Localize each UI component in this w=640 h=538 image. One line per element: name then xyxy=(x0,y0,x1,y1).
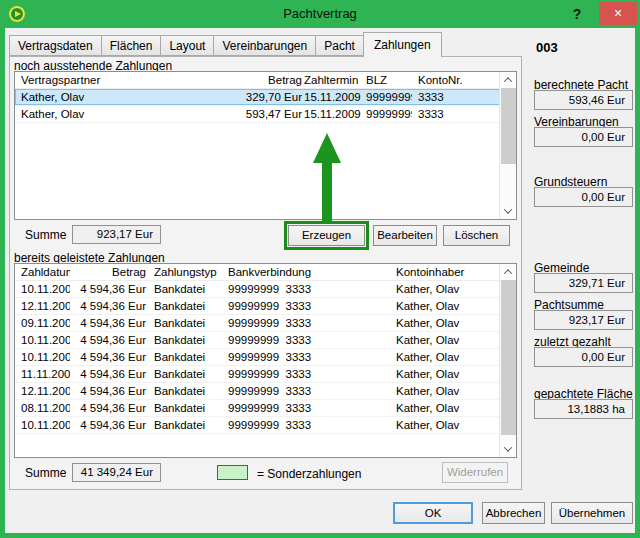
contract-number: 003 xyxy=(536,40,558,55)
scroll-down-icon[interactable] xyxy=(500,441,516,457)
cell-betrag: 4 594,36 Eur xyxy=(70,317,148,329)
table-row[interactable]: 10.11.20054 594,36 EurBankdatei99999999 … xyxy=(15,332,516,349)
column-header: Vertragspartner xyxy=(15,74,240,86)
cell-zahltermin: 15.11.2009 xyxy=(304,108,366,120)
column-header: BLZ xyxy=(366,74,412,86)
cell-betrag: 593,47 Eur xyxy=(240,108,304,120)
table-row[interactable]: 10.11.20044 594,36 EurBankdatei99999999 … xyxy=(15,349,516,366)
table-row[interactable]: 12.11.20074 594,36 EurBankdatei99999999 … xyxy=(15,298,516,315)
paid-table-scrollbar[interactable] xyxy=(499,264,516,457)
tab-layout[interactable]: Layout xyxy=(160,35,214,56)
tab-vereinbarungen[interactable]: Vereinbarungen xyxy=(213,35,316,56)
tab-strip: VertragsdatenFlächenLayoutVereinbarungen… xyxy=(9,32,441,56)
column-header: Kontoinhaber xyxy=(390,266,516,278)
loeschen-button[interactable]: Löschen xyxy=(443,225,510,246)
cell-betrag: 4 594,36 Eur xyxy=(70,334,148,346)
pending-payments-table: VertragspartnerBetragZahlterminBLZKontoN… xyxy=(14,71,517,220)
uebernehmen-button[interactable]: Übernehmen xyxy=(551,502,633,524)
tab-pacht[interactable]: Pacht xyxy=(315,35,364,56)
cell-typ: Bankdatei xyxy=(148,368,228,380)
pachtvertrag-window: Pachtvertrag ? × VertragsdatenFlächenLay… xyxy=(0,0,640,538)
erzeugen-button[interactable]: Erzeugen xyxy=(288,225,365,246)
cell-typ: Bankdatei xyxy=(148,283,228,295)
cell-betrag: 4 594,36 Eur xyxy=(70,368,148,380)
table-row[interactable]: 08.11.20014 594,36 EurBankdatei99999999 … xyxy=(15,400,516,417)
pachtsumme-field: 923,17 Eur xyxy=(534,310,633,330)
close-button[interactable]: × xyxy=(599,2,637,25)
scroll-up-icon[interactable] xyxy=(500,264,516,280)
pending-table-scrollbar[interactable] xyxy=(499,72,516,219)
green-arrow-shaft xyxy=(322,161,332,221)
cell-datum: 12.11.2007 xyxy=(15,300,70,312)
column-header: Zahlungstyp xyxy=(148,266,228,278)
cell-betrag: 4 594,36 Eur xyxy=(70,300,148,312)
widerrufen-button[interactable]: Widerrufen xyxy=(442,462,508,483)
tab-zahlungen[interactable]: Zahlungen xyxy=(363,32,442,57)
vereinbarungen-field: 0,00 Eur xyxy=(534,127,633,147)
scrollbar-thumb[interactable] xyxy=(501,280,516,435)
grundsteuern-field: 0,00 Eur xyxy=(534,187,633,207)
cell-datum: 10.11.2008 xyxy=(15,283,70,295)
cell-datum: 11.11.2003 xyxy=(15,368,70,380)
cell-inhaber: Kather, Olav xyxy=(390,368,516,380)
table-row[interactable]: 10.11.20084 594,36 EurBankdatei99999999 … xyxy=(15,281,516,298)
sonderzahlung-swatch xyxy=(217,465,248,480)
column-header: Zahldatum xyxy=(15,266,70,278)
cell-typ: Bankdatei xyxy=(148,385,228,397)
help-button[interactable]: ? xyxy=(566,4,588,24)
paid-table-body: 10.11.20084 594,36 EurBankdatei99999999 … xyxy=(15,281,516,434)
dialog-body: VertragsdatenFlächenLayoutVereinbarungen… xyxy=(5,28,635,533)
column-header: Zahltermin xyxy=(304,74,366,86)
cell-bank: 99999999 3333 xyxy=(228,385,390,397)
table-row[interactable]: 12.11.20024 594,36 EurBankdatei99999999 … xyxy=(15,383,516,400)
column-header: Betrag xyxy=(70,266,148,278)
pending-summe-field: 923,17 Eur xyxy=(72,225,161,244)
scroll-down-icon[interactable] xyxy=(500,203,516,219)
bearbeiten-button[interactable]: Bearbeiten xyxy=(373,225,437,246)
paid-table-header: ZahldatumBetragZahlungstypBankverbindung… xyxy=(15,264,516,281)
ok-button[interactable]: OK xyxy=(393,502,473,524)
green-arrow-icon xyxy=(313,133,341,163)
title-bar: Pachtvertrag ? × xyxy=(0,0,640,28)
cell-partner: Kather, Olav xyxy=(15,108,240,120)
cell-bank: 99999999 3333 xyxy=(228,419,390,431)
pending-table-body: Kather, Olav329,70 Eur15.11.200999999999… xyxy=(15,89,516,123)
tab-fl-chen[interactable]: Flächen xyxy=(101,35,162,56)
window-title: Pachtvertrag xyxy=(0,6,640,21)
cell-datum: 10.11.2005 xyxy=(15,334,70,346)
table-row[interactable]: 09.11.20064 594,36 EurBankdatei99999999 … xyxy=(15,315,516,332)
cell-inhaber: Kather, Olav xyxy=(390,317,516,329)
cell-bank: 99999999 3333 xyxy=(228,368,390,380)
abbrechen-button[interactable]: Abbrechen xyxy=(482,502,545,524)
cell-inhaber: Kather, Olav xyxy=(390,334,516,346)
cell-bank: 99999999 3333 xyxy=(228,351,390,363)
cell-inhaber: Kather, Olav xyxy=(390,402,516,414)
cell-datum: 10.11.2000 xyxy=(15,419,70,431)
cell-inhaber: Kather, Olav xyxy=(390,351,516,363)
tab-vertragsdaten[interactable]: Vertragsdaten xyxy=(9,35,102,56)
table-row[interactable]: 10.11.20004 594,36 EurBankdatei99999999 … xyxy=(15,417,516,434)
cell-betrag: 329,70 Eur xyxy=(240,91,304,103)
scroll-up-icon[interactable] xyxy=(500,72,516,88)
cell-typ: Bankdatei xyxy=(148,351,228,363)
table-row[interactable]: 11.11.20034 594,36 EurBankdatei99999999 … xyxy=(15,366,516,383)
cell-datum: 08.11.2001 xyxy=(15,402,70,414)
cell-bank: 99999999 3333 xyxy=(228,334,390,346)
cell-blz: 99999999 xyxy=(366,108,412,120)
cell-typ: Bankdatei xyxy=(148,419,228,431)
scrollbar-thumb[interactable] xyxy=(501,88,516,164)
column-header: Betrag xyxy=(240,74,304,86)
cell-typ: Bankdatei xyxy=(148,300,228,312)
sonderzahlung-legend: = Sonderzahlungen xyxy=(257,467,361,481)
cell-inhaber: Kather, Olav xyxy=(390,300,516,312)
gemeinde-field: 329,71 Eur xyxy=(534,273,633,293)
cell-betrag: 4 594,36 Eur xyxy=(70,385,148,397)
cell-datum: 09.11.2006 xyxy=(15,317,70,329)
cell-inhaber: Kather, Olav xyxy=(390,419,516,431)
cell-blz: 99999999 xyxy=(366,91,412,103)
cell-inhaber: Kather, Olav xyxy=(390,385,516,397)
cell-inhaber: Kather, Olav xyxy=(390,283,516,295)
cell-bank: 99999999 3333 xyxy=(228,300,390,312)
table-row[interactable]: Kather, Olav593,47 Eur15.11.200999999999… xyxy=(15,106,516,123)
table-row[interactable]: Kather, Olav329,70 Eur15.11.200999999999… xyxy=(15,89,516,106)
